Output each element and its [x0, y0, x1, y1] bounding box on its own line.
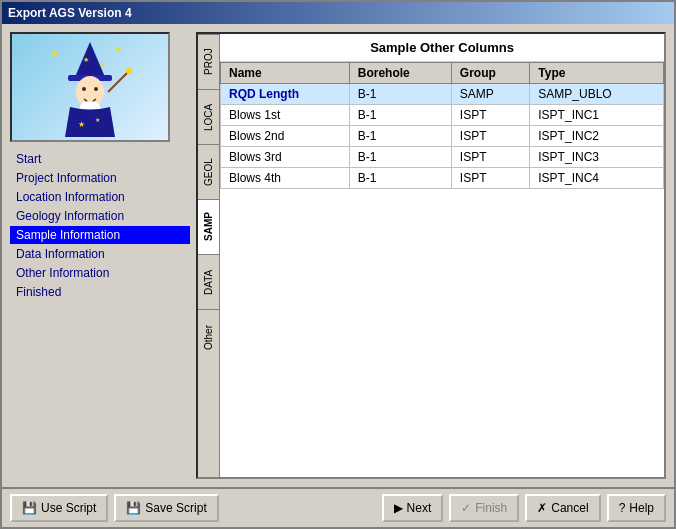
cell-group: ISPT	[451, 126, 529, 147]
right-panel: PROJ LOCA GEOL SAMP DATA Other Sample Ot…	[196, 32, 666, 479]
nav-item-project[interactable]: Project Information	[10, 169, 190, 187]
cell-borehole: B-1	[349, 105, 451, 126]
use-script-label: Use Script	[41, 501, 96, 515]
save-script-label: Save Script	[145, 501, 206, 515]
nav-item-start[interactable]: Start	[10, 150, 190, 168]
disk-icon: 💾	[22, 501, 37, 515]
svg-line-12	[108, 72, 128, 92]
next-button[interactable]: ▶ Next	[382, 494, 444, 522]
svg-text:★: ★	[78, 120, 85, 129]
svg-point-8	[94, 87, 98, 91]
cell-name: Blows 2nd	[221, 126, 350, 147]
svg-point-13	[126, 68, 132, 74]
next-label: Next	[407, 501, 432, 515]
cell-group: ISPT	[451, 105, 529, 126]
window-title: Export AGS Version 4	[8, 6, 132, 20]
cell-name: Blows 4th	[221, 168, 350, 189]
cell-borehole: B-1	[349, 168, 451, 189]
nav-item-location[interactable]: Location Information	[10, 188, 190, 206]
next-icon: ▶	[394, 501, 403, 515]
cell-name: RQD Length	[221, 84, 350, 105]
finish-icon: ✓	[461, 501, 471, 515]
tab-data[interactable]: DATA	[198, 254, 219, 309]
finish-label: Finish	[475, 501, 507, 515]
tab-proj[interactable]: PROJ	[198, 34, 219, 89]
svg-text:★: ★	[115, 45, 122, 54]
col-header-borehole: Borehole	[349, 63, 451, 84]
svg-text:★: ★	[50, 48, 59, 59]
vertical-tabs: PROJ LOCA GEOL SAMP DATA Other	[198, 34, 220, 477]
svg-text:★: ★	[83, 56, 89, 63]
save-script-button[interactable]: 💾 Save Script	[114, 494, 218, 522]
cell-type: ISPT_INC3	[530, 147, 664, 168]
table-title: Sample Other Columns	[220, 34, 664, 62]
cell-group: SAMP	[451, 84, 529, 105]
tab-other[interactable]: Other	[198, 309, 219, 364]
nav-item-data[interactable]: Data Information	[10, 245, 190, 263]
main-content: Sample Other Columns Name Borehole Group…	[220, 34, 664, 477]
nav-list: Start Project Information Location Infor…	[10, 150, 190, 301]
cancel-label: Cancel	[551, 501, 588, 515]
table-row[interactable]: Blows 4thB-1ISPTISPT_INC4	[221, 168, 664, 189]
table-row[interactable]: RQD LengthB-1SAMPSAMP_UBLO	[221, 84, 664, 105]
tab-loca[interactable]: LOCA	[198, 89, 219, 144]
tab-geol[interactable]: GEOL	[198, 144, 219, 199]
help-button[interactable]: ? Help	[607, 494, 666, 522]
nav-item-finished[interactable]: Finished	[10, 283, 190, 301]
nav-item-sample[interactable]: Sample Information	[10, 226, 190, 244]
content-area: ★ ★ ★ ★	[2, 24, 674, 487]
finish-button[interactable]: ✓ Finish	[449, 494, 519, 522]
svg-marker-3	[75, 42, 105, 77]
save-icon: 💾	[126, 501, 141, 515]
cell-type: SAMP_UBLO	[530, 84, 664, 105]
cell-name: Blows 1st	[221, 105, 350, 126]
footer: 💾 Use Script 💾 Save Script ▶ Next ✓ Fini…	[2, 487, 674, 527]
nav-item-other[interactable]: Other Information	[10, 264, 190, 282]
nav-item-geology[interactable]: Geology Information	[10, 207, 190, 225]
title-bar: Export AGS Version 4	[2, 2, 674, 24]
table-row[interactable]: Blows 3rdB-1ISPTISPT_INC3	[221, 147, 664, 168]
svg-point-7	[82, 87, 86, 91]
cell-type: ISPT_INC2	[530, 126, 664, 147]
cell-borehole: B-1	[349, 84, 451, 105]
cancel-icon: ✗	[537, 501, 547, 515]
left-panel: ★ ★ ★ ★	[10, 32, 190, 479]
cell-borehole: B-1	[349, 126, 451, 147]
col-header-type: Type	[530, 63, 664, 84]
main-window: Export AGS Version 4 ★ ★ ★ ★	[0, 0, 676, 529]
cell-type: ISPT_INC4	[530, 168, 664, 189]
table-row[interactable]: Blows 1stB-1ISPTISPT_INC1	[221, 105, 664, 126]
table-scroll[interactable]: Name Borehole Group Type RQD LengthB-1SA…	[220, 62, 664, 477]
wizard-image: ★ ★ ★ ★	[10, 32, 170, 142]
cell-type: ISPT_INC1	[530, 105, 664, 126]
col-header-name: Name	[221, 63, 350, 84]
wizard-illustration: ★ ★ ★ ★	[40, 37, 140, 137]
help-icon: ?	[619, 501, 626, 515]
data-table: Name Borehole Group Type RQD LengthB-1SA…	[220, 62, 664, 189]
help-label: Help	[629, 501, 654, 515]
cancel-button[interactable]: ✗ Cancel	[525, 494, 600, 522]
table-row[interactable]: Blows 2ndB-1ISPTISPT_INC2	[221, 126, 664, 147]
use-script-button[interactable]: 💾 Use Script	[10, 494, 108, 522]
tab-samp[interactable]: SAMP	[198, 199, 219, 254]
cell-group: ISPT	[451, 168, 529, 189]
cell-group: ISPT	[451, 147, 529, 168]
svg-text:★: ★	[95, 117, 100, 123]
cell-borehole: B-1	[349, 147, 451, 168]
col-header-group: Group	[451, 63, 529, 84]
cell-name: Blows 3rd	[221, 147, 350, 168]
